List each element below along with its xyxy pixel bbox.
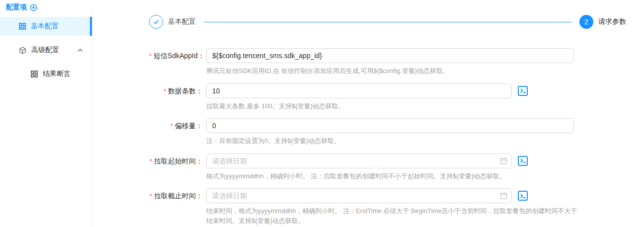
main-content: 基本配置 2 请求参数 *短信SdkAppId：腾讯云短信SDK应用ID,在 短… (92, 0, 644, 227)
sidebar-item-label: 高级配置 (31, 46, 59, 55)
sidebar-item-result-assertion[interactable]: 结果断言 (0, 65, 92, 83)
required-marker: * (149, 52, 152, 60)
field-label: *拉取起始时间： (149, 153, 203, 169)
terminal-script-button[interactable] (518, 156, 528, 166)
aim-icon (30, 4, 37, 11)
required-marker: * (150, 192, 152, 200)
config-sidebar: 配置项 基本配置高级配置结果断言 (0, 0, 92, 227)
terminal-script-button[interactable] (518, 191, 528, 201)
field-column: 结束时间，格式为yyyymmddhh，精确到小时。 注：EndTime 必须大于… (206, 188, 579, 226)
field-label: *偏移量： (149, 118, 203, 134)
request-params-form: *短信SdkAppId：腾讯云短信SDK应用ID,在 短信控制台添加应用后生成,… (149, 48, 626, 226)
required-marker: * (150, 157, 152, 165)
sidebar-item-basic-config[interactable]: 基本配置 (0, 17, 92, 36)
form-row-data-count: *数据条数：拉取最大条数,最多 100。支持${变量}动态获取。 (149, 83, 626, 111)
form-row-sms-sdk-app-id: *短信SdkAppId：腾讯云短信SDK应用ID,在 短信控制台添加应用后生成,… (149, 48, 626, 76)
pull-start-time-date-input[interactable] (206, 153, 512, 168)
sidebar-item-advanced-config[interactable]: 高级配置 (0, 41, 92, 60)
step-label: 基本配置 (168, 17, 196, 26)
offset-input[interactable] (206, 118, 574, 133)
input-line (206, 48, 574, 63)
step-connector-line (204, 22, 571, 22)
field-label: *拉取截止时间： (149, 188, 203, 204)
pull-end-time-date-input[interactable] (206, 188, 512, 203)
cube-icon (19, 47, 26, 54)
field-column: 拉取最大条数,最多 100。支持${变量}动态获取。 (206, 83, 528, 111)
form-row-offset: *偏移量：注：目前固定设置为0。支持${变量}动态获取。 (149, 118, 626, 146)
input-line (206, 118, 574, 133)
input-line (206, 153, 528, 168)
input-line (206, 83, 528, 98)
field-label-text: 拉取起始时间： (154, 157, 203, 165)
field-column: 格式为yyyymmddhh，精确到小时。 注：拉取套餐包的创建时间不小于起始时间… (206, 153, 528, 181)
check-icon (149, 15, 163, 29)
terminal-icon (520, 157, 526, 164)
required-marker: * (170, 122, 173, 130)
input-wrap (206, 188, 512, 203)
input-line (206, 188, 579, 203)
step-number-badge: 2 (579, 15, 593, 29)
field-label: *数据条数： (149, 83, 203, 99)
step-label: 请求参数 (598, 17, 626, 26)
sms-sdk-app-id-input[interactable] (206, 48, 574, 63)
field-label: *短信SdkAppId： (149, 48, 203, 64)
caret-up-icon[interactable] (78, 48, 83, 52)
field-help-text: 拉取最大条数,最多 100。支持${变量}动态获取。 (206, 101, 528, 111)
field-label-text: 偏移量： (175, 122, 203, 130)
input-wrap (206, 83, 512, 98)
input-wrap (206, 118, 574, 133)
stepper: 基本配置 2 请求参数 (149, 15, 626, 29)
sidebar-item-label: 基本配置 (31, 22, 59, 31)
appstore-icon (31, 71, 38, 77)
form-row-pull-start-time: *拉取起始时间：格式为yyyymmddhh，精确到小时。 注：拉取套餐包的创建时… (149, 153, 626, 181)
field-help-text: 注：目前固定设置为0。支持${变量}动态获取。 (206, 136, 574, 146)
step-request-params[interactable]: 2 请求参数 (579, 15, 626, 29)
input-wrap (206, 48, 574, 63)
field-label-text: 数据条数： (168, 87, 203, 95)
field-help-text: 格式为yyyymmddhh，精确到小时。 注：拉取套餐包的创建时间不小于起始时间… (206, 171, 528, 181)
field-column: 腾讯云短信SDK应用ID,在 短信控制台添加应用后生成,可用${$config.… (206, 48, 574, 76)
sidebar-title-row: 配置项 (0, 0, 92, 12)
field-column: 注：目前固定设置为0。支持${变量}动态获取。 (206, 118, 574, 146)
form-row-pull-end-time: *拉取截止时间：结束时间，格式为yyyymmddhh，精确到小时。 注：EndT… (149, 188, 626, 226)
terminal-icon (520, 87, 526, 94)
sidebar-title: 配置项 (6, 3, 27, 12)
field-label-text: 拉取截止时间： (154, 192, 203, 200)
field-help-text: 结束时间，格式为yyyymmddhh，精确到小时。 注：EndTime 必须大于… (206, 206, 579, 226)
sidebar-item-label: 结果断言 (43, 70, 71, 78)
input-wrap (206, 153, 512, 168)
data-count-input[interactable] (206, 83, 512, 98)
required-marker: * (163, 87, 166, 95)
terminal-icon (520, 193, 526, 199)
field-help-text: 腾讯云短信SDK应用ID,在 短信控制台添加应用后生成,可用${$config.… (206, 66, 574, 76)
app-window: 配置项 基本配置高级配置结果断言 基本配置 2 请求参数 *短信SdkAppId… (0, 0, 644, 227)
field-label-text: 短信SdkAppId： (154, 52, 205, 60)
sidebar-menu: 基本配置高级配置结果断言 (0, 17, 92, 83)
step-basic-config[interactable]: 基本配置 (149, 15, 196, 29)
terminal-script-button[interactable] (518, 86, 528, 96)
appstore-icon (19, 23, 26, 30)
